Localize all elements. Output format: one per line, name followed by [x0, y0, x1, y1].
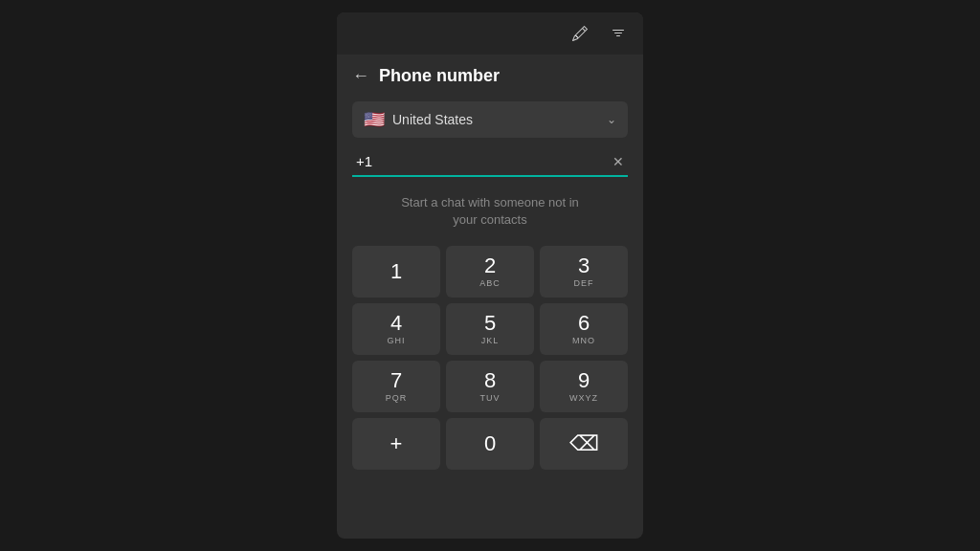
dial-key-3[interactable]: 3DEF — [540, 246, 628, 298]
page-title: Phone number — [379, 66, 500, 86]
page-header: ← Phone number — [337, 55, 643, 94]
clear-button[interactable]: ✕ — [612, 154, 624, 169]
edit-button[interactable] — [567, 20, 593, 47]
dialpad: 12ABC3DEF4GHI5JKL6MNO7PQR8TUV9WXYZ+0⌫ — [352, 246, 628, 470]
top-bar — [337, 12, 643, 55]
back-button[interactable]: ← — [352, 66, 369, 86]
dial-key-5[interactable]: 5JKL — [446, 303, 534, 355]
phone-number-panel: ← Phone number 🇺🇸 United States ⌄ ✕ Star… — [337, 12, 643, 539]
dial-key-0[interactable]: 0 — [446, 418, 534, 470]
hint-line2: your contacts — [453, 212, 526, 227]
hint-text: Start a chat with someone not in your co… — [352, 187, 628, 232]
dial-key-backspace[interactable]: ⌫ — [540, 418, 628, 470]
phone-input[interactable] — [356, 153, 612, 169]
country-flag: 🇺🇸 — [364, 109, 385, 130]
country-name: United States — [392, 112, 473, 127]
dial-key-7[interactable]: 7PQR — [352, 361, 440, 412]
dial-key-9[interactable]: 9WXYZ — [540, 361, 628, 412]
chevron-down-icon: ⌄ — [607, 113, 616, 126]
phone-input-wrapper: ✕ — [352, 147, 628, 177]
dial-key-4[interactable]: 4GHI — [352, 303, 440, 355]
dial-key-2[interactable]: 2ABC — [446, 246, 534, 298]
hint-line1: Start a chat with someone not in — [401, 195, 579, 209]
dial-key-6[interactable]: 6MNO — [540, 303, 628, 355]
dial-key-1[interactable]: 1 — [352, 246, 440, 298]
country-selector[interactable]: 🇺🇸 United States ⌄ — [352, 101, 628, 138]
content-area: 🇺🇸 United States ⌄ ✕ Start a chat with s… — [337, 94, 643, 539]
dial-key-8[interactable]: 8TUV — [446, 361, 534, 412]
country-info: 🇺🇸 United States — [364, 109, 473, 130]
filter-button[interactable] — [605, 20, 632, 47]
dial-key-plus[interactable]: + — [352, 418, 440, 470]
